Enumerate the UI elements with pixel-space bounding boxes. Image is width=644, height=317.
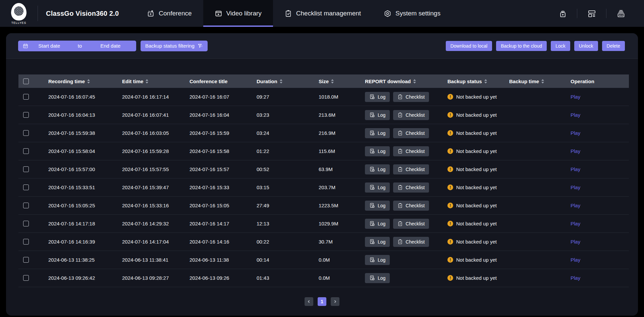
row-checkbox[interactable] <box>23 148 29 154</box>
nav-right-icons <box>548 0 644 27</box>
log-button[interactable]: Log <box>365 128 390 138</box>
next-page-button[interactable] <box>331 297 339 306</box>
checklist-doc-icon <box>397 112 403 118</box>
unlock-button[interactable]: Unlock <box>574 41 598 51</box>
backup-status-cell: ! Not backed up yet <box>447 166 509 172</box>
log-button[interactable]: Log <box>365 201 390 211</box>
play-link[interactable]: Play <box>571 239 580 245</box>
backup-status-text: Not backed up yet <box>456 221 497 226</box>
tab-checklist-management[interactable]: Checklist management <box>273 0 372 27</box>
size-cell: 63.9M <box>319 166 365 172</box>
backup-status-text: Not backed up yet <box>456 112 497 118</box>
row-checkbox[interactable] <box>23 112 29 118</box>
log-button[interactable]: Log <box>365 92 390 102</box>
tab-system-settings[interactable]: System settings <box>372 0 452 27</box>
table-row: 2024-07-16 15:59:38 2024-07-16 16:03:05 … <box>18 124 629 142</box>
checklist-doc-icon <box>397 149 403 154</box>
log-button[interactable]: Log <box>365 182 390 193</box>
row-checkbox[interactable] <box>23 257 29 263</box>
log-button[interactable]: Log <box>365 110 390 120</box>
row-checkbox[interactable] <box>23 166 29 172</box>
checklist-button[interactable]: Checklist <box>393 219 429 229</box>
tab-video-library[interactable]: Video library <box>203 0 273 27</box>
download-to-local-button[interactable]: Download to local <box>446 41 492 51</box>
log-doc-icon <box>369 148 375 154</box>
row-checkbox[interactable] <box>23 275 29 281</box>
size-cell: 203.7M <box>319 184 365 190</box>
col-header-backup-time[interactable]: Backup time <box>509 78 571 84</box>
recorder-icon[interactable] <box>606 9 635 18</box>
log-button[interactable]: Log <box>365 146 390 156</box>
lock-button[interactable]: Lock <box>551 41 570 51</box>
backup-to-cloud-button[interactable]: Backup to the cloud <box>496 41 547 51</box>
row-checkbox[interactable] <box>23 130 29 136</box>
log-button[interactable]: Log <box>365 219 390 229</box>
sort-icon[interactable] <box>146 79 148 84</box>
sort-icon[interactable] <box>413 79 416 84</box>
log-button[interactable]: Log <box>365 273 390 283</box>
recording-time-cell: 2024-07-16 15:05:25 <box>48 203 122 208</box>
operation-cell: Play <box>571 203 629 208</box>
sort-icon[interactable] <box>541 79 544 84</box>
col-header-backup-status[interactable]: Backup status <box>447 78 509 84</box>
log-button[interactable]: Log <box>365 237 390 247</box>
size-cell: 30.7M <box>319 239 365 245</box>
play-link[interactable]: Play <box>571 257 580 263</box>
warning-icon: ! <box>447 221 453 226</box>
checklist-button[interactable]: Checklist <box>393 146 429 156</box>
backup-status-text: Not backed up yet <box>456 184 497 190</box>
row-checkbox[interactable] <box>23 221 29 226</box>
row-checkbox[interactable] <box>23 239 29 245</box>
conference-title-cell: 2024-07-16 14:16 <box>190 239 257 245</box>
checklist-button[interactable]: Checklist <box>393 92 429 102</box>
layout-icon[interactable] <box>577 9 606 18</box>
page-number-current[interactable]: 1 <box>318 297 326 306</box>
row-checkbox[interactable] <box>23 203 29 208</box>
backup-status-filter-button[interactable]: Backup status filtering <box>141 41 208 51</box>
play-link[interactable]: Play <box>571 130 580 136</box>
checklist-button[interactable]: Checklist <box>393 164 429 174</box>
checklist-button[interactable]: Checklist <box>393 237 429 247</box>
sort-icon[interactable] <box>280 79 282 84</box>
checklist-button[interactable]: Checklist <box>393 128 429 138</box>
col-header-duration[interactable]: Duration <box>257 78 319 84</box>
play-link[interactable]: Play <box>571 112 580 118</box>
sort-icon[interactable] <box>87 79 90 84</box>
warning-icon: ! <box>447 275 453 281</box>
select-all-checkbox[interactable] <box>23 78 29 84</box>
checklist-button[interactable]: Checklist <box>393 201 429 211</box>
row-checkbox[interactable] <box>23 94 29 100</box>
checklist-clipboard-icon <box>284 10 292 17</box>
recording-time-cell: 2024-07-16 15:58:04 <box>48 148 122 154</box>
log-button[interactable]: Log <box>365 164 390 174</box>
col-header-size[interactable]: Size <box>319 78 365 84</box>
col-header-recording-time[interactable]: Recording time <box>48 78 122 84</box>
checklist-button[interactable]: Checklist <box>393 110 429 120</box>
delete-button[interactable]: Delete <box>602 41 625 51</box>
start-date-field[interactable]: Start date <box>28 43 70 49</box>
backup-status-text: Not backed up yet <box>456 275 497 281</box>
play-link[interactable]: Play <box>571 221 580 226</box>
play-link[interactable]: Play <box>571 166 580 172</box>
end-date-field[interactable]: End date <box>90 43 131 49</box>
operation-cell: Play <box>571 112 629 118</box>
checklist-button[interactable]: Checklist <box>393 182 429 193</box>
row-checkbox[interactable] <box>23 184 29 190</box>
play-link[interactable]: Play <box>571 275 580 281</box>
sort-icon[interactable] <box>331 79 334 84</box>
report-download-cell: Log Checklist <box>365 219 447 229</box>
duration-cell: 00:52 <box>257 166 319 172</box>
col-header-report-download[interactable]: REPORT download <box>365 78 447 84</box>
play-link[interactable]: Play <box>571 94 580 100</box>
play-link[interactable]: Play <box>571 184 580 190</box>
operation-cell: Play <box>571 94 629 100</box>
play-link[interactable]: Play <box>571 203 580 208</box>
log-button[interactable]: Log <box>365 255 390 265</box>
col-header-edit-time[interactable]: Edit time <box>122 78 190 84</box>
tab-conference[interactable]: Conference <box>136 0 203 27</box>
sort-icon[interactable] <box>484 79 487 84</box>
prev-page-button[interactable] <box>305 297 313 306</box>
date-range-picker[interactable]: Start date to End date <box>18 41 136 51</box>
live-cast-icon[interactable] <box>548 9 577 18</box>
play-link[interactable]: Play <box>571 148 580 154</box>
